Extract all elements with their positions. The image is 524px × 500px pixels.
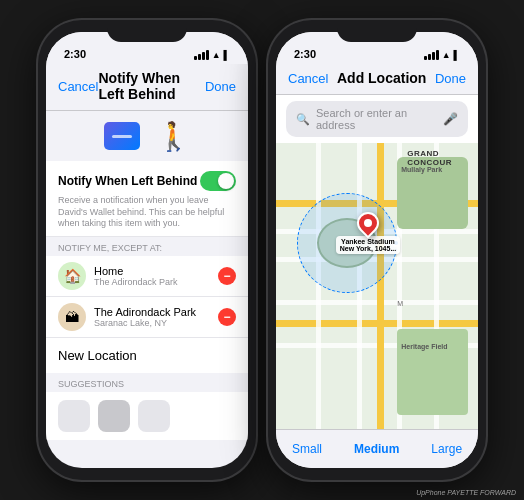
- suggestion-icon-3[interactable]: [138, 400, 170, 432]
- pin-inner: [364, 219, 372, 227]
- battery-icon: ▌: [224, 50, 230, 60]
- home-location-text: Home The Adirondack Park: [94, 265, 210, 287]
- right-nav-bar: Cancel Add Location Done: [276, 64, 478, 95]
- adirondack-location-icon: 🏔: [58, 303, 86, 331]
- time-right: 2:30: [294, 48, 316, 60]
- map-pin[interactable]: Yankee Stadium New York, 1045...: [336, 212, 401, 254]
- notify-toggle[interactable]: [200, 171, 236, 191]
- map-label-m: M: [397, 300, 403, 307]
- nav-title-right: Add Location: [337, 70, 426, 86]
- location-item-home: 🏠 Home The Adirondack Park −: [46, 256, 248, 297]
- time-left: 2:30: [64, 48, 86, 60]
- notify-header: Notify When Left Behind: [58, 171, 236, 191]
- size-medium[interactable]: Medium: [338, 438, 415, 460]
- left-phone: 2:30 ▲ ▌ Cancel Notify When Left Behind …: [38, 20, 256, 480]
- search-icon: 🔍: [296, 113, 310, 126]
- map-label-mullaly: Mullaly Park: [401, 166, 442, 173]
- adirondack-location-text: The Adirondack Park Saranac Lake, NY: [94, 306, 210, 328]
- notch-right: [337, 20, 417, 42]
- done-button-left[interactable]: Done: [205, 79, 236, 94]
- right-phone-screen: 2:30 ▲ ▌ Cancel Add Location Done: [276, 32, 478, 468]
- notify-desc: Receive a notification when you leave Da…: [58, 195, 236, 230]
- adirondack-location-sub: Saranac Lake, NY: [94, 318, 210, 328]
- map-label-grand-concourse: GRANDCONCOUR: [407, 149, 452, 167]
- status-icons-left: ▲ ▌: [194, 50, 230, 60]
- right-phone: 2:30 ▲ ▌ Cancel Add Location Done: [268, 20, 486, 480]
- location-item-adirondack: 🏔 The Adirondack Park Saranac Lake, NY −: [46, 297, 248, 338]
- remove-adirondack-button[interactable]: −: [218, 308, 236, 326]
- battery-icon-right: ▌: [454, 50, 460, 60]
- wallet-icon: [104, 122, 140, 150]
- nav-title-left: Notify When Left Behind: [98, 70, 204, 102]
- notch-left: [107, 20, 187, 42]
- size-large[interactable]: Large: [415, 438, 478, 460]
- pin-label-line2: New York, 1045...: [340, 245, 397, 252]
- wallet-strip: [112, 135, 132, 138]
- home-location-icon: 🏠: [58, 262, 86, 290]
- notify-section: Notify When Left Behind Receive a notifi…: [46, 161, 248, 237]
- suggestion-icon-1[interactable]: [58, 400, 90, 432]
- size-selector: Small Medium Large: [276, 429, 478, 468]
- signal-icon: [194, 50, 209, 60]
- cancel-button-left[interactable]: Cancel: [58, 79, 98, 94]
- wifi-icon: ▲: [212, 50, 221, 60]
- pin-label-line1: Yankee Stadium: [340, 238, 397, 245]
- new-location-item[interactable]: New Location: [46, 338, 248, 373]
- remove-home-button[interactable]: −: [218, 267, 236, 285]
- pin-head: [352, 207, 383, 238]
- walk-icon: 🚶: [156, 120, 191, 153]
- wifi-icon-right: ▲: [442, 50, 451, 60]
- notify-title: Notify When Left Behind: [58, 174, 197, 188]
- status-icons-right: ▲ ▌: [424, 50, 460, 60]
- map-container[interactable]: Yankee Stadium New York, 1045... Mullaly…: [276, 143, 478, 429]
- watermark: UpPhone PAYETTE FORWARD: [416, 489, 516, 496]
- phones-container: 2:30 ▲ ▌ Cancel Notify When Left Behind …: [28, 10, 496, 490]
- size-small[interactable]: Small: [276, 438, 338, 460]
- cancel-button-right[interactable]: Cancel: [288, 71, 328, 86]
- home-location-sub: The Adirondack Park: [94, 277, 210, 287]
- park-patch-2: [397, 329, 468, 415]
- adirondack-location-name: The Adirondack Park: [94, 306, 210, 318]
- map-label-heritage: Heritage Field: [401, 343, 447, 350]
- suggestion-items: [46, 392, 248, 440]
- search-bar[interactable]: 🔍 Search or enter an address 🎤: [286, 101, 468, 137]
- icon-area: 🚶: [46, 111, 248, 161]
- suggestions-label: SUGGESTIONS: [46, 373, 248, 392]
- except-label: NOTIFY ME, EXCEPT AT:: [46, 237, 248, 256]
- home-location-name: Home: [94, 265, 210, 277]
- toggle-knob: [218, 173, 234, 189]
- microphone-icon[interactable]: 🎤: [443, 112, 458, 126]
- search-input[interactable]: Search or enter an address: [316, 107, 437, 131]
- suggestion-icon-2[interactable]: [98, 400, 130, 432]
- left-phone-screen: 2:30 ▲ ▌ Cancel Notify When Left Behind …: [46, 32, 248, 468]
- road-major-v1: [377, 143, 384, 429]
- done-button-right[interactable]: Done: [435, 71, 466, 86]
- new-location-text: New Location: [58, 348, 137, 363]
- left-nav-bar: Cancel Notify When Left Behind Done: [46, 64, 248, 111]
- signal-icon-right: [424, 50, 439, 60]
